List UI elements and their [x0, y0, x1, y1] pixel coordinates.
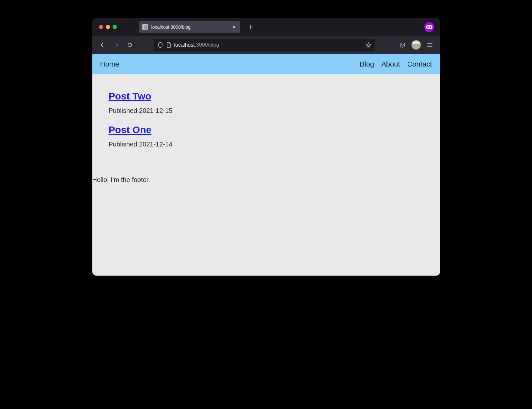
- post-published: Published 2021-12-14: [109, 141, 424, 148]
- url-text: localhost:3000/blog: [174, 42, 362, 48]
- post-published: Published 2021-12-15: [109, 107, 424, 114]
- nav-home[interactable]: Home: [100, 60, 119, 68]
- window-minimize-button[interactable]: [106, 25, 110, 29]
- toolbar: localhost:3000/blog: [92, 36, 440, 54]
- tab-favicon-icon: [142, 24, 148, 30]
- window-close-button[interactable]: [99, 25, 103, 29]
- avatar: [411, 40, 421, 50]
- tab-close-button[interactable]: [231, 24, 237, 30]
- site-footer: Hello, I'm the footer.: [92, 171, 440, 190]
- shield-icon[interactable]: [158, 42, 163, 48]
- tab-bar: localhost:3000/blog: [92, 18, 440, 36]
- page-icon: [166, 42, 171, 48]
- url-host: localhost: [174, 42, 195, 48]
- post-item: Post One Published 2021-12-14: [109, 124, 424, 148]
- pocket-button[interactable]: [396, 39, 409, 51]
- site-header: Home Blog About Contact: [92, 54, 440, 74]
- back-button[interactable]: [96, 39, 109, 51]
- url-path: :3000/blog: [195, 42, 219, 48]
- browser-tab[interactable]: localhost:3000/blog: [139, 21, 240, 33]
- forward-button[interactable]: [110, 39, 122, 51]
- post-title-link[interactable]: Post Two: [109, 91, 151, 102]
- reload-button[interactable]: [124, 39, 136, 51]
- window-controls: [99, 25, 117, 29]
- svg-rect-0: [426, 25, 432, 29]
- nav-about[interactable]: About: [381, 60, 400, 68]
- extension-mask-icon[interactable]: [424, 22, 434, 32]
- window-maximize-button[interactable]: [113, 25, 117, 29]
- account-button[interactable]: [410, 39, 422, 51]
- post-title-link[interactable]: Post One: [109, 124, 152, 135]
- site-main: Post Two Published 2021-12-15 Post One P…: [92, 74, 440, 171]
- new-tab-button[interactable]: [245, 22, 256, 32]
- nav-contact[interactable]: Contact: [407, 60, 432, 68]
- menu-button[interactable]: [424, 39, 436, 51]
- svg-point-1: [427, 26, 429, 28]
- post-item: Post Two Published 2021-12-15: [109, 91, 424, 114]
- address-bar[interactable]: localhost:3000/blog: [154, 39, 375, 51]
- tab-title: localhost:3000/blog: [151, 24, 228, 30]
- svg-point-2: [430, 26, 431, 28]
- bookmark-button[interactable]: [366, 42, 371, 48]
- browser-window: localhost:3000/blog: [92, 18, 440, 276]
- site-nav: Blog About Contact: [360, 60, 432, 68]
- page-viewport: Home Blog About Contact Post Two Publish…: [92, 54, 440, 276]
- nav-blog[interactable]: Blog: [360, 60, 374, 68]
